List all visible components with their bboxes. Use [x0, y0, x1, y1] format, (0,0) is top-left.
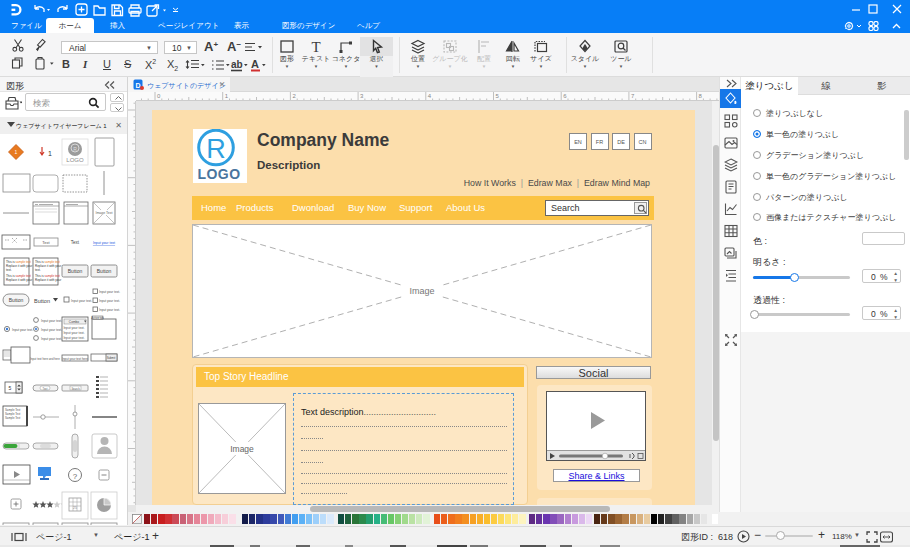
svg-text:Text: Text — [43, 387, 48, 391]
svg-text:Input your text.: Input your text. — [41, 328, 62, 332]
svg-text:4: 4 — [428, 93, 432, 99]
svg-text:Input your text.: Input your text. — [41, 319, 62, 323]
svg-text:5: 5 — [496, 93, 500, 99]
svg-text:8: 8 — [699, 93, 703, 99]
svg-text:Image: Image — [230, 444, 254, 454]
svg-text:Button: Button — [9, 297, 24, 303]
svg-text:5: 5 — [9, 385, 12, 391]
svg-text:6: 6 — [563, 93, 567, 99]
svg-text:3: 3 — [360, 93, 364, 99]
svg-text:Button: Button — [34, 298, 50, 304]
svg-text:Input your text.: Input your text. — [63, 326, 84, 330]
svg-text:Input your text.: Input your text. — [41, 337, 62, 341]
svg-text:Image Text: Image Text — [95, 211, 112, 215]
svg-text:Text: Text — [71, 240, 80, 245]
svg-text:1: 1 — [15, 149, 18, 155]
svg-text:Input your text.: Input your text. — [63, 331, 84, 335]
svg-text:text.: text. — [35, 268, 41, 272]
svg-text:LOGO: LOGO — [66, 157, 84, 163]
svg-text:7: 7 — [631, 93, 635, 99]
svg-text:A: A — [251, 59, 259, 70]
svg-text:Input your text: Input your text — [93, 241, 115, 245]
svg-text:Sample Text: Sample Text — [5, 416, 21, 420]
svg-text:ab: ab — [231, 59, 243, 70]
svg-text:0: 0 — [157, 93, 161, 99]
svg-text:Input your text.: Input your text. — [99, 308, 120, 312]
svg-text:?: ? — [73, 472, 78, 481]
svg-text:Input your text.: Input your text. — [99, 290, 120, 294]
svg-text:R: R — [206, 134, 226, 164]
svg-text:2: 2 — [292, 93, 296, 99]
svg-text:Button: Button — [97, 268, 112, 274]
svg-text:Image: Image — [409, 286, 434, 296]
svg-text:Replace it with your: Replace it with your — [6, 278, 32, 282]
svg-text:1: 1 — [225, 93, 229, 99]
svg-text:Input your text.: Input your text. — [12, 328, 33, 332]
svg-text:Input your text here: Input your text here — [62, 357, 88, 361]
svg-text:Button: Button — [68, 268, 83, 274]
svg-text:Combo: Combo — [69, 320, 80, 324]
svg-text:T: T — [311, 39, 320, 54]
svg-text:Input text here and here: Input text here and here — [30, 357, 60, 361]
svg-text:Input your text.: Input your text. — [63, 336, 84, 340]
svg-text:text.: text. — [6, 268, 12, 272]
svg-text:Search: Search — [71, 387, 80, 391]
svg-text:Input your text.: Input your text. — [71, 299, 92, 303]
svg-text:LOGO: LOGO — [197, 166, 240, 182]
svg-text:R: R — [73, 146, 77, 152]
svg-text:Text: Text — [42, 240, 50, 245]
svg-text:1: 1 — [48, 150, 52, 157]
svg-text:Active tab: Active tab — [91, 316, 104, 320]
svg-text:D: D — [135, 82, 140, 89]
svg-text:25: 25 — [73, 506, 77, 510]
svg-text:Input your text.: Input your text. — [99, 299, 120, 303]
svg-text:Replace it with your: Replace it with your — [35, 278, 61, 282]
svg-text:Submit: Submit — [107, 356, 116, 360]
